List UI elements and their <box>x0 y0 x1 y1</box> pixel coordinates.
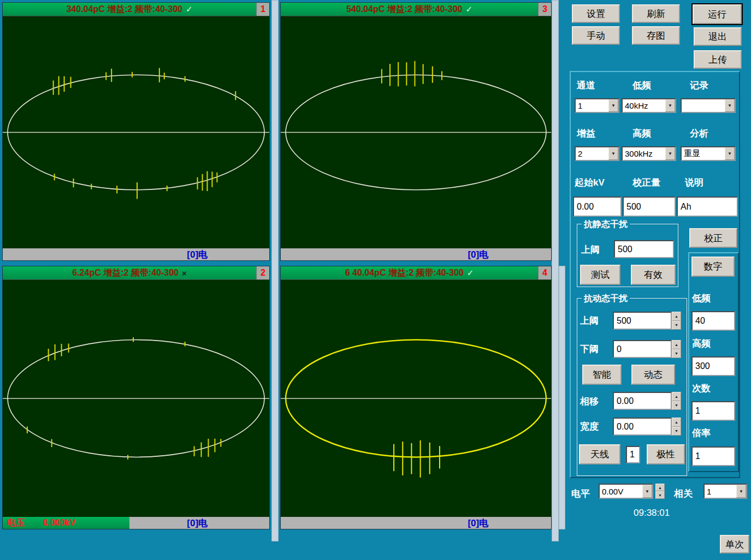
dynamic-lower-label: 下阈 <box>580 343 599 355</box>
spin-up-icon[interactable]: ▲ <box>672 418 681 427</box>
panel-title: 340.04pC 增益:2 频带:40-300 <box>66 4 182 15</box>
spin-down-icon[interactable]: ▼ <box>672 401 681 410</box>
spin-down-icon[interactable]: ▼ <box>672 427 681 436</box>
digital-highfreq-input[interactable]: 300 <box>691 356 735 376</box>
cross-mark-icon: × <box>182 269 187 278</box>
vertical-scrollbar[interactable] <box>271 0 279 541</box>
level-select[interactable]: 0.00V ▼ <box>599 484 653 499</box>
panel-titlebar: 6.24pC 增益:2 频带:40-300 × 2 <box>3 266 269 279</box>
panel-titlebar: 6 40.04pC 增益:2 频带:40-300 ✓ 4 <box>281 266 551 279</box>
calibration-input[interactable]: 500 <box>623 196 676 217</box>
related-label: 相关 <box>674 487 693 500</box>
phase-shift-spinner: ▲ ▼ <box>672 392 681 410</box>
vertical-scrollbar[interactable] <box>552 0 559 541</box>
ratio-label: 倍率 <box>692 427 711 439</box>
dropdown-arrow-icon[interactable]: ▼ <box>725 147 735 160</box>
antenna-input[interactable]: 1 <box>626 446 640 463</box>
spin-down-icon[interactable]: ▼ <box>655 491 665 499</box>
count-input[interactable]: 1 <box>691 401 735 421</box>
upload-button[interactable]: 上传 <box>694 50 742 69</box>
dynamic-upper-spinner: ▲ ▼ <box>672 312 681 330</box>
static-upper-input[interactable]: 500 <box>614 240 674 258</box>
channel-select[interactable]: 1 ▼ <box>575 98 619 113</box>
check-mark-icon: ✓ <box>467 268 474 278</box>
exit-button[interactable]: 退出 <box>694 27 742 46</box>
highfreq-select[interactable]: 300kHz ▼ <box>622 146 676 161</box>
note-input[interactable]: Ah <box>677 196 738 217</box>
panel-footer: 电压 0.000kV [0]电 <box>3 517 269 529</box>
single-shot-button[interactable]: 单次 <box>720 535 749 553</box>
dropdown-arrow-icon[interactable]: ▼ <box>725 99 735 112</box>
ellipse-display <box>281 279 551 517</box>
manual-button[interactable]: 手动 <box>572 26 620 45</box>
dropdown-arrow-icon[interactable]: ▼ <box>736 485 746 498</box>
settings-button[interactable]: 设置 <box>572 4 620 23</box>
record-select[interactable]: ▼ <box>681 98 736 113</box>
phase-shift-input[interactable]: 0.00 <box>613 392 672 410</box>
ellipse-display <box>281 16 551 248</box>
spin-up-icon[interactable]: ▲ <box>655 484 665 491</box>
spin-down-icon[interactable]: ▼ <box>672 321 681 330</box>
spin-up-icon[interactable]: ▲ <box>672 312 681 321</box>
footer-label: [0]电 <box>187 517 208 529</box>
channel-label: 通道 <box>577 79 595 92</box>
gain-value: 2 <box>576 147 608 160</box>
static-upper-label: 上阈 <box>581 243 600 256</box>
gain-label: 增益 <box>577 127 595 140</box>
run-button[interactable]: 运行 <box>693 4 742 24</box>
gain-select[interactable]: 2 ▼ <box>575 146 619 161</box>
dropdown-arrow-icon[interactable]: ▼ <box>665 99 675 112</box>
antenna-button[interactable]: 天线 <box>579 444 620 464</box>
startkv-input[interactable]: 0.00 <box>573 196 622 217</box>
save-image-button[interactable]: 存图 <box>632 26 680 45</box>
lowfreq-value: 40kHz <box>623 99 665 112</box>
dynamic-lower-input[interactable]: 0 <box>613 340 672 358</box>
pd-panel-2: 6.24pC 增益:2 频带:40-300 × 2 电压 0.000kV [0]… <box>2 266 270 529</box>
smart-button[interactable]: 智能 <box>582 365 622 385</box>
note-label: 说明 <box>685 176 703 189</box>
digital-button[interactable]: 数字 <box>691 257 735 277</box>
startkv-label: 起始kV <box>575 176 605 189</box>
pd-panel-3: 540.04pC 增益:2 频带:40-300 ✓ 3 [0]电 <box>280 2 552 261</box>
panel-titlebar: 340.04pC 增益:2 频带:40-300 ✓ 1 <box>3 3 269 16</box>
analysis-select[interactable]: 重显 ▼ <box>681 146 736 161</box>
dropdown-arrow-icon[interactable]: ▼ <box>665 147 675 160</box>
spin-down-icon[interactable]: ▼ <box>672 349 681 359</box>
spin-up-icon[interactable]: ▲ <box>672 392 681 401</box>
panel-footer: [0]电 <box>3 248 269 260</box>
valid-button[interactable]: 有效 <box>631 265 676 285</box>
level-label: 电平 <box>571 487 590 500</box>
dropdown-arrow-icon[interactable]: ▼ <box>608 147 618 160</box>
calibrate-button[interactable]: 校正 <box>689 228 737 248</box>
level-spinner: ▲ ▼ <box>655 484 665 499</box>
test-button[interactable]: 测试 <box>580 265 620 285</box>
pd-panel-4: 6 40.04pC 增益:2 频带:40-300 ✓ 4 [0]电 <box>280 266 552 529</box>
static-group-title: 抗静态干扰 <box>582 219 630 230</box>
lowfreq-select[interactable]: 40kHz ▼ <box>622 98 676 113</box>
footer-label: [0]电 <box>468 248 488 261</box>
width-input[interactable]: 0.00 <box>613 418 672 436</box>
panel-title: 6 40.04pC 增益:2 频带:40-300 <box>345 267 464 279</box>
footer-label: [0]电 <box>187 248 208 261</box>
spin-up-icon[interactable]: ▲ <box>672 340 681 349</box>
digital-lowfreq-input[interactable]: 40 <box>691 311 735 331</box>
dropdown-arrow-icon[interactable]: ▼ <box>642 485 652 498</box>
digital-lowfreq-label: 低频 <box>692 292 711 305</box>
ellipse-display <box>3 16 269 248</box>
refresh-button[interactable]: 刷新 <box>632 4 680 23</box>
polarity-button[interactable]: 极性 <box>647 444 685 464</box>
digital-highfreq-label: 高频 <box>692 337 711 350</box>
ratio-input[interactable]: 1 <box>691 446 735 466</box>
related-select[interactable]: 1 ▼ <box>703 484 747 499</box>
highfreq-label: 高频 <box>632 127 651 140</box>
channel-value: 1 <box>576 99 608 112</box>
footer-label: [0]电 <box>468 517 488 529</box>
dynamic-upper-input[interactable]: 500 <box>613 312 672 330</box>
dynamic-button[interactable]: 动态 <box>631 365 675 385</box>
dropdown-arrow-icon[interactable]: ▼ <box>608 99 618 112</box>
vertical-scrollbar[interactable] <box>559 266 565 529</box>
voltage-status: 电压 0.000kV <box>3 517 129 529</box>
lowfreq-label: 低频 <box>632 79 651 92</box>
highfreq-value: 300kHz <box>623 147 665 160</box>
calibration-label: 校正量 <box>632 176 660 189</box>
